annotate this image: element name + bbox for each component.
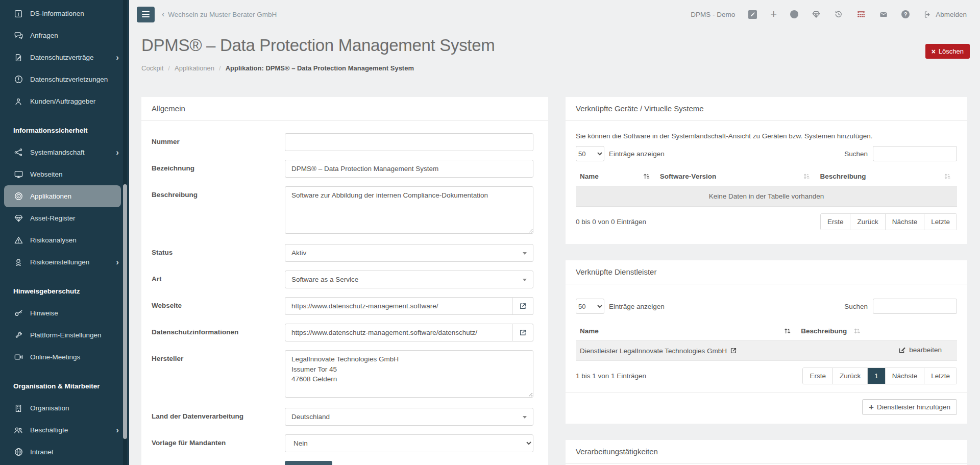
sort-both-icon bbox=[944, 173, 953, 180]
providers-column-name[interactable]: Name bbox=[576, 324, 797, 341]
nummer-field[interactable] bbox=[285, 133, 533, 151]
sort-asc-icon bbox=[784, 328, 793, 334]
delete-button[interactable]: × Löschen bbox=[925, 44, 970, 59]
add-icon[interactable]: + bbox=[770, 9, 777, 20]
mail-icon[interactable] bbox=[879, 10, 888, 19]
sidebar-item-label: Webseiten bbox=[30, 170, 63, 178]
breadcrumb: Cockpit / Applikationen / Applikation: D… bbox=[141, 64, 414, 72]
sidebar-scrollbar-thumb[interactable] bbox=[123, 184, 127, 439]
sidebar-item-applikationen[interactable]: Applikationen bbox=[4, 185, 121, 207]
sidebar-nav: DS-Informationen Anfragen Datenschutzver… bbox=[0, 0, 129, 463]
people-group-icon bbox=[13, 425, 23, 435]
save-button[interactable] bbox=[285, 461, 332, 465]
gem-icon[interactable] bbox=[812, 10, 821, 19]
breadcrumb-separator: / bbox=[168, 64, 170, 72]
devices-column-name[interactable]: Name bbox=[576, 169, 656, 186]
beschreibung-field[interactable]: Software zur Abbildung der internen Comp… bbox=[285, 186, 533, 234]
nummer-label: Nummer bbox=[152, 133, 285, 151]
breadcrumb-applikationen[interactable]: Applikationen bbox=[175, 64, 214, 72]
devices-column-beschreibung[interactable]: Beschreibung bbox=[816, 169, 957, 186]
land-select[interactable]: Deutschland bbox=[285, 408, 533, 426]
processing-activities-card: Verarbeitungstätigkeiten bbox=[566, 440, 967, 465]
sidebar-item-label: Organisation bbox=[30, 404, 69, 412]
status-select[interactable]: Aktiv bbox=[285, 244, 533, 262]
provider-row: Dienstleister LegalInnovate Technologies… bbox=[576, 341, 957, 361]
network-nodes-icon bbox=[13, 148, 23, 158]
sidebar-item-intranet[interactable]: Intranet bbox=[0, 441, 129, 463]
switch-client-link[interactable]: ‹ Wechseln zu Muster Berater GmbH bbox=[162, 10, 277, 18]
sidebar-item-label: Online-Meetings bbox=[30, 353, 80, 361]
sidebar-item-systemlandschaft[interactable]: Systemlandschaft › bbox=[0, 141, 129, 163]
sidebar-section-organisation-mitarbeiter: Organisation & Mitarbeiter bbox=[0, 375, 129, 397]
devices-summary: 0 bis 0 von 0 Einträgen bbox=[576, 218, 646, 226]
globe-icon bbox=[13, 447, 23, 457]
sidebar-item-label: Anfragen bbox=[30, 32, 58, 39]
providers-page-length-select[interactable]: 50 bbox=[576, 299, 604, 314]
person-badge-icon bbox=[13, 96, 23, 107]
sidebar-item-ds-informationen[interactable]: DS-Informationen bbox=[0, 3, 129, 25]
sidebar-item-online-meetings[interactable]: Online-Meetings bbox=[0, 346, 129, 368]
devices-page-next[interactable]: Nächste bbox=[885, 214, 924, 230]
art-label: Art bbox=[152, 271, 285, 288]
alert-circle-icon bbox=[13, 75, 23, 85]
providers-page-next[interactable]: Nächste bbox=[885, 368, 924, 384]
breadcrumb-cockpit[interactable]: Cockpit bbox=[141, 64, 163, 72]
history-icon[interactable] bbox=[834, 10, 843, 19]
edit-provider-link[interactable]: bearbeiten bbox=[898, 346, 942, 354]
sidebar-item-webseiten[interactable]: Webseiten bbox=[0, 163, 129, 185]
chat-bubbles-icon bbox=[13, 31, 23, 41]
land-value: Deutschland bbox=[291, 413, 330, 421]
art-select[interactable]: Software as a Service bbox=[285, 271, 533, 288]
plus-icon: + bbox=[869, 403, 874, 411]
sidebar-item-asset-register[interactable]: Asset-Register bbox=[0, 207, 129, 229]
sidebar-item-datenschutzvertraege[interactable]: Datenschutzverträge › bbox=[0, 46, 129, 68]
audience-icon[interactable] bbox=[856, 10, 866, 19]
devices-search-input[interactable] bbox=[873, 146, 957, 161]
providers-page-1[interactable]: 1 bbox=[867, 368, 885, 384]
webseite-field[interactable] bbox=[285, 297, 512, 315]
logout-link[interactable]: Abmelden bbox=[923, 10, 967, 19]
devices-page-first[interactable]: Erste bbox=[821, 214, 850, 230]
open-datenschutz-button[interactable] bbox=[512, 324, 533, 341]
devices-page-last[interactable]: Letzte bbox=[924, 214, 957, 230]
allgemein-card-title: Allgemein bbox=[141, 97, 548, 121]
help-icon[interactable]: ? bbox=[901, 10, 910, 18]
devices-page-prev[interactable]: Zurück bbox=[850, 214, 885, 230]
providers-column-beschreibung[interactable]: Beschreibung bbox=[797, 324, 957, 341]
sidebar-item-datenschutzverletzungen[interactable]: Datenschutzverletzungen bbox=[0, 68, 129, 90]
sidebar-item-beschaeftigte[interactable]: Beschäftigte › bbox=[0, 419, 129, 441]
sidebar-item-risikoanalysen[interactable]: Risikoanalysen bbox=[0, 229, 129, 251]
sidebar-item-plattform-einstellungen[interactable]: Plattform-Einstellungen bbox=[0, 324, 129, 346]
bezeichnung-field[interactable] bbox=[285, 160, 533, 178]
sidebar-item-hinweise[interactable]: Hinweise bbox=[0, 302, 129, 324]
sidebar-item-label: Risikoanalysen bbox=[30, 236, 77, 244]
devices-column-software-version[interactable]: Software-Version bbox=[656, 169, 816, 186]
open-webseite-button[interactable] bbox=[512, 297, 533, 315]
sidebar-item-organisation[interactable]: Organisation bbox=[0, 397, 129, 419]
sidebar-item-kunden-auftraggeber[interactable]: Kunden/Auftraggeber bbox=[0, 90, 129, 112]
chevron-left-icon: ‹ bbox=[162, 10, 164, 18]
sidebar-item-anfragen[interactable]: Anfragen bbox=[0, 25, 129, 46]
devices-page-length-select[interactable]: 50 bbox=[576, 146, 604, 161]
providers-page-prev[interactable]: Zurück bbox=[832, 368, 867, 384]
sidebar-section-informationssicherheit: Informationssicherheit bbox=[0, 119, 129, 141]
sidebar-scrollbar-track[interactable] bbox=[123, 0, 127, 465]
contract-pen-icon bbox=[13, 53, 23, 63]
status-value: Aktiv bbox=[291, 249, 306, 257]
hamburger-menu-button[interactable] bbox=[137, 7, 155, 22]
providers-search-input[interactable] bbox=[873, 299, 957, 314]
breadcrumb-separator: / bbox=[219, 64, 221, 72]
info-square-icon bbox=[13, 9, 23, 19]
vorlage-select[interactable]: Nein bbox=[285, 434, 533, 452]
sidebar-item-risikoeinstellungen[interactable]: Risikoeinstellungen › bbox=[0, 251, 129, 273]
provider-link[interactable]: Dienstleister LegalInnovate Technologies… bbox=[580, 347, 737, 355]
datenschutzinformationen-field[interactable] bbox=[285, 324, 512, 341]
edit-icon[interactable] bbox=[748, 10, 757, 19]
add-provider-button[interactable]: + Dienstleister hinzufügen bbox=[862, 399, 957, 415]
hersteller-field[interactable]: LegalInnovate Technologies GmbH Issumer … bbox=[285, 350, 533, 398]
caret-down-icon bbox=[523, 416, 527, 419]
providers-page-last[interactable]: Letzte bbox=[924, 368, 957, 384]
chevron-right-icon: › bbox=[116, 148, 119, 157]
status-circle-icon[interactable] bbox=[790, 10, 798, 18]
providers-page-first[interactable]: Erste bbox=[803, 368, 832, 384]
